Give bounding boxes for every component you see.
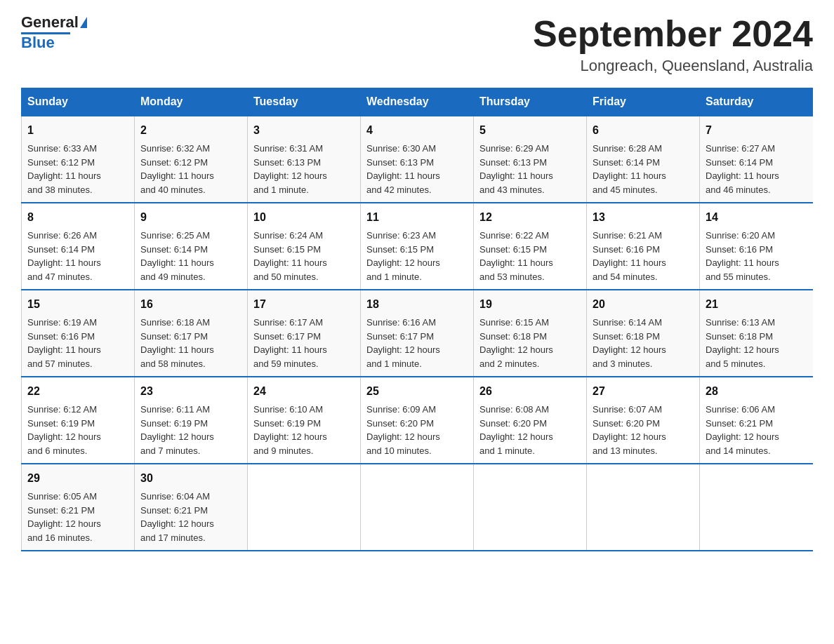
day-info: Sunrise: 6:21 AMSunset: 6:16 PMDaylight:…: [593, 230, 666, 282]
weekday-header-friday: Friday: [587, 88, 700, 116]
calendar-cell: 20 Sunrise: 6:14 AMSunset: 6:18 PMDaylig…: [587, 290, 700, 377]
day-info: Sunrise: 6:17 AMSunset: 6:17 PMDaylight:…: [253, 317, 327, 369]
calendar-week-4: 22 Sunrise: 6:12 AMSunset: 6:19 PMDaylig…: [22, 377, 813, 464]
day-number: 21: [706, 296, 807, 313]
calendar-cell: [700, 464, 813, 551]
calendar-cell: 4 Sunrise: 6:30 AMSunset: 6:13 PMDayligh…: [361, 116, 474, 203]
day-info: Sunrise: 6:28 AMSunset: 6:14 PMDaylight:…: [593, 143, 666, 195]
day-info: Sunrise: 6:24 AMSunset: 6:15 PMDaylight:…: [253, 230, 327, 282]
calendar-table: SundayMondayTuesdayWednesdayThursdayFrid…: [21, 88, 813, 551]
day-info: Sunrise: 6:27 AMSunset: 6:14 PMDaylight:…: [706, 143, 779, 195]
calendar-cell: 27 Sunrise: 6:07 AMSunset: 6:20 PMDaylig…: [587, 377, 700, 464]
day-number: 12: [479, 209, 581, 226]
day-number: 24: [253, 383, 355, 400]
calendar-cell: [361, 464, 474, 551]
day-number: 6: [593, 122, 694, 139]
calendar-cell: 7 Sunrise: 6:27 AMSunset: 6:14 PMDayligh…: [700, 116, 813, 203]
calendar-week-3: 15 Sunrise: 6:19 AMSunset: 6:16 PMDaylig…: [22, 290, 813, 377]
day-number: 9: [140, 209, 241, 226]
calendar-cell: 10 Sunrise: 6:24 AMSunset: 6:15 PMDaylig…: [248, 203, 361, 290]
calendar-cell: 15 Sunrise: 6:19 AMSunset: 6:16 PMDaylig…: [22, 290, 135, 377]
day-number: 30: [140, 470, 241, 487]
calendar-cell: 13 Sunrise: 6:21 AMSunset: 6:16 PMDaylig…: [587, 203, 700, 290]
weekday-header-saturday: Saturday: [700, 88, 813, 116]
calendar-cell: 29 Sunrise: 6:05 AMSunset: 6:21 PMDaylig…: [22, 464, 135, 551]
day-info: Sunrise: 6:12 AMSunset: 6:19 PMDaylight:…: [27, 404, 101, 456]
calendar-cell: 19 Sunrise: 6:15 AMSunset: 6:18 PMDaylig…: [474, 290, 587, 377]
calendar-cell: 23 Sunrise: 6:11 AMSunset: 6:19 PMDaylig…: [135, 377, 248, 464]
day-number: 29: [27, 470, 128, 487]
day-info: Sunrise: 6:14 AMSunset: 6:18 PMDaylight:…: [593, 317, 666, 369]
day-number: 13: [593, 209, 694, 226]
calendar-week-2: 8 Sunrise: 6:26 AMSunset: 6:14 PMDayligh…: [22, 203, 813, 290]
calendar-cell: 22 Sunrise: 6:12 AMSunset: 6:19 PMDaylig…: [22, 377, 135, 464]
day-number: 28: [706, 383, 807, 400]
day-info: Sunrise: 6:33 AMSunset: 6:12 PMDaylight:…: [27, 143, 101, 195]
day-info: Sunrise: 6:06 AMSunset: 6:21 PMDaylight:…: [706, 404, 779, 456]
calendar-cell: 9 Sunrise: 6:25 AMSunset: 6:14 PMDayligh…: [135, 203, 248, 290]
day-info: Sunrise: 6:29 AMSunset: 6:13 PMDaylight:…: [479, 143, 553, 195]
day-info: Sunrise: 6:19 AMSunset: 6:16 PMDaylight:…: [27, 317, 101, 369]
day-info: Sunrise: 6:18 AMSunset: 6:17 PMDaylight:…: [140, 317, 214, 369]
page-header: General Blue September 2024 Longreach, Q…: [21, 14, 813, 75]
calendar-cell: 16 Sunrise: 6:18 AMSunset: 6:17 PMDaylig…: [135, 290, 248, 377]
day-info: Sunrise: 6:15 AMSunset: 6:18 PMDaylight:…: [479, 317, 553, 369]
day-number: 10: [253, 209, 355, 226]
day-info: Sunrise: 6:05 AMSunset: 6:21 PMDaylight:…: [27, 491, 101, 543]
day-info: Sunrise: 6:11 AMSunset: 6:19 PMDaylight:…: [140, 404, 214, 456]
day-info: Sunrise: 6:13 AMSunset: 6:18 PMDaylight:…: [706, 317, 779, 369]
weekday-header-tuesday: Tuesday: [248, 88, 361, 116]
calendar-cell: 1 Sunrise: 6:33 AMSunset: 6:12 PMDayligh…: [22, 116, 135, 203]
calendar-cell: 3 Sunrise: 6:31 AMSunset: 6:13 PMDayligh…: [248, 116, 361, 203]
calendar-cell: 24 Sunrise: 6:10 AMSunset: 6:19 PMDaylig…: [248, 377, 361, 464]
day-number: 27: [593, 383, 694, 400]
day-info: Sunrise: 6:10 AMSunset: 6:19 PMDaylight:…: [253, 404, 327, 456]
calendar-cell: 25 Sunrise: 6:09 AMSunset: 6:20 PMDaylig…: [361, 377, 474, 464]
day-number: 16: [140, 296, 241, 313]
day-number: 1: [27, 122, 128, 139]
day-number: 4: [366, 122, 468, 139]
calendar-cell: 14 Sunrise: 6:20 AMSunset: 6:16 PMDaylig…: [700, 203, 813, 290]
calendar-cell: 21 Sunrise: 6:13 AMSunset: 6:18 PMDaylig…: [700, 290, 813, 377]
day-number: 14: [706, 209, 807, 226]
calendar-cell: [587, 464, 700, 551]
calendar-week-5: 29 Sunrise: 6:05 AMSunset: 6:21 PMDaylig…: [22, 464, 813, 551]
calendar-cell: 18 Sunrise: 6:16 AMSunset: 6:17 PMDaylig…: [361, 290, 474, 377]
calendar-cell: 30 Sunrise: 6:04 AMSunset: 6:21 PMDaylig…: [135, 464, 248, 551]
day-info: Sunrise: 6:16 AMSunset: 6:17 PMDaylight:…: [366, 317, 440, 369]
title-area: September 2024 Longreach, Queensland, Au…: [533, 14, 813, 75]
calendar-cell: 28 Sunrise: 6:06 AMSunset: 6:21 PMDaylig…: [700, 377, 813, 464]
day-info: Sunrise: 6:07 AMSunset: 6:20 PMDaylight:…: [593, 404, 666, 456]
calendar-cell: 12 Sunrise: 6:22 AMSunset: 6:15 PMDaylig…: [474, 203, 587, 290]
day-number: 26: [479, 383, 581, 400]
day-info: Sunrise: 6:25 AMSunset: 6:14 PMDaylight:…: [140, 230, 214, 282]
day-number: 3: [253, 122, 355, 139]
day-number: 7: [706, 122, 807, 139]
day-number: 19: [479, 296, 581, 313]
calendar-cell: 17 Sunrise: 6:17 AMSunset: 6:17 PMDaylig…: [248, 290, 361, 377]
calendar-cell: 8 Sunrise: 6:26 AMSunset: 6:14 PMDayligh…: [22, 203, 135, 290]
day-info: Sunrise: 6:32 AMSunset: 6:12 PMDaylight:…: [140, 143, 214, 195]
logo-text-blue: Blue: [21, 34, 55, 51]
weekday-header-wednesday: Wednesday: [361, 88, 474, 116]
day-info: Sunrise: 6:20 AMSunset: 6:16 PMDaylight:…: [706, 230, 779, 282]
calendar-cell: [474, 464, 587, 551]
day-info: Sunrise: 6:09 AMSunset: 6:20 PMDaylight:…: [366, 404, 440, 456]
calendar-cell: 5 Sunrise: 6:29 AMSunset: 6:13 PMDayligh…: [474, 116, 587, 203]
day-number: 23: [140, 383, 241, 400]
calendar-cell: 26 Sunrise: 6:08 AMSunset: 6:20 PMDaylig…: [474, 377, 587, 464]
day-info: Sunrise: 6:22 AMSunset: 6:15 PMDaylight:…: [479, 230, 553, 282]
logo: General Blue: [21, 14, 87, 51]
calendar-cell: [248, 464, 361, 551]
day-number: 8: [27, 209, 128, 226]
weekday-header-row: SundayMondayTuesdayWednesdayThursdayFrid…: [22, 88, 813, 116]
day-number: 17: [253, 296, 355, 313]
day-info: Sunrise: 6:30 AMSunset: 6:13 PMDaylight:…: [366, 143, 440, 195]
day-info: Sunrise: 6:23 AMSunset: 6:15 PMDaylight:…: [366, 230, 440, 282]
day-number: 5: [479, 122, 581, 139]
calendar-cell: 11 Sunrise: 6:23 AMSunset: 6:15 PMDaylig…: [361, 203, 474, 290]
day-number: 22: [27, 383, 128, 400]
weekday-header-sunday: Sunday: [22, 88, 135, 116]
day-number: 18: [366, 296, 468, 313]
day-info: Sunrise: 6:08 AMSunset: 6:20 PMDaylight:…: [479, 404, 553, 456]
